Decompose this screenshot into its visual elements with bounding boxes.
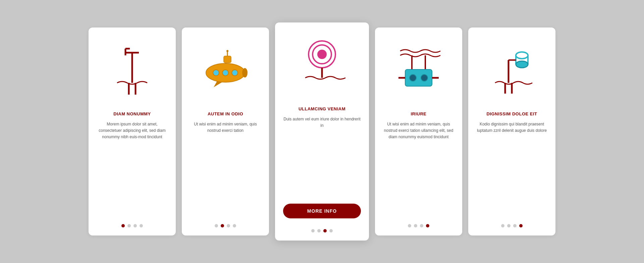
- card-3: ULLAMCING VENIAM Duis autem vel eum iriu…: [275, 22, 369, 241]
- dot-1: [501, 224, 504, 227]
- underwater-device-icon: [393, 43, 444, 100]
- card-3-icon-area: [283, 33, 361, 100]
- dot-1: [408, 224, 411, 227]
- more-info-button[interactable]: MORE INFO: [283, 204, 361, 218]
- dot-3: [420, 224, 423, 227]
- card-2-icon-area: [190, 38, 261, 105]
- dot-4: [329, 229, 333, 232]
- dot-2: [507, 224, 511, 227]
- svg-point-12: [232, 70, 238, 76]
- dot-2: [221, 224, 224, 227]
- card-5-title: DIGNISSIM DOLOE EIT: [486, 111, 537, 116]
- periscope-icon: [110, 43, 154, 100]
- dot-2: [317, 229, 321, 232]
- card-5-dots: [501, 224, 523, 227]
- card-3-text: Duis autem vel eum iriure dolor in hendr…: [283, 116, 361, 198]
- card-1-icon-area: [97, 38, 168, 105]
- svg-point-28: [516, 61, 528, 68]
- dot-3: [513, 224, 517, 227]
- submarine-icon: [199, 48, 252, 95]
- svg-point-10: [213, 70, 219, 76]
- card-2: AUTEM IN ODIO Ut wisi enim ad minim veni…: [182, 28, 269, 235]
- svg-point-13: [242, 68, 248, 77]
- card-3-title: ULLAMCING VENIAM: [299, 106, 345, 111]
- dot-3: [323, 229, 327, 232]
- dot-4: [233, 224, 236, 227]
- card-1-title: DIAM NONUMMY: [113, 111, 151, 116]
- svg-point-11: [222, 70, 228, 76]
- card-4-dots: [408, 224, 429, 227]
- dot-4: [426, 224, 429, 227]
- card-3-dots: [311, 229, 333, 232]
- svg-point-22: [421, 74, 428, 81]
- card-2-title: AUTEM IN ODIO: [208, 111, 243, 116]
- dot-4: [140, 224, 143, 227]
- dot-4: [519, 224, 523, 227]
- card-2-dots: [215, 224, 236, 227]
- svg-point-25: [516, 52, 528, 59]
- card-5: DIGNISSIM DOLOE EIT Kodio dignissim qui …: [468, 28, 555, 235]
- card-1: DIAM NONUMMY Morem ipsum dolor sit amet,…: [89, 28, 176, 235]
- dot-3: [227, 224, 230, 227]
- dot-2: [127, 224, 131, 227]
- svg-rect-6: [224, 56, 231, 63]
- card-1-dots: [121, 224, 143, 227]
- cards-container: DIAM NONUMMY Morem ipsum dolor sit amet,…: [0, 9, 644, 254]
- card-4-icon-area: [383, 38, 454, 105]
- svg-point-8: [226, 50, 228, 52]
- dot-1: [121, 224, 125, 227]
- svg-point-16: [317, 50, 327, 59]
- dot-2: [414, 224, 417, 227]
- card-4-text: Ut wisi enim ad minim veniam, quis nostr…: [383, 121, 454, 216]
- card-5-text: Kodio dignissim qui blandit praesent lup…: [476, 121, 547, 216]
- card-5-icon-area: [476, 38, 547, 105]
- scroll-periscope-icon: [490, 43, 534, 100]
- dot-1: [215, 224, 218, 227]
- card-4-title: IRIURE: [411, 111, 426, 116]
- dot-1: [311, 229, 315, 232]
- dot-3: [133, 224, 137, 227]
- target-mine-icon: [299, 36, 345, 96]
- svg-point-21: [410, 74, 416, 81]
- card-2-text: Ut wisi enim ad minim veniam, quis nostr…: [190, 121, 261, 216]
- card-1-text: Morem ipsum dolor sit amet, consectetuer…: [97, 121, 168, 216]
- card-4: IRIURE Ut wisi enim ad minim veniam, qui…: [375, 28, 462, 235]
